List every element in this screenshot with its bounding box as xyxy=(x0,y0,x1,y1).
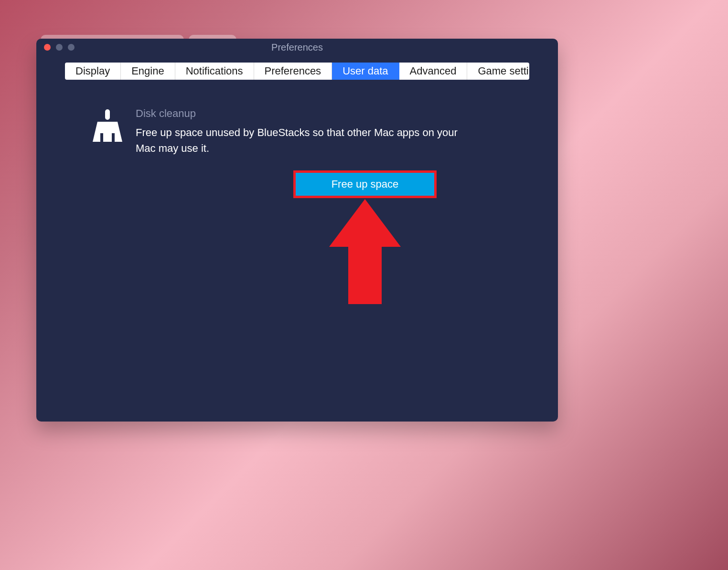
annotation-highlight-box: Free up space xyxy=(293,170,437,198)
preferences-window: Preferences Display Engine Notifications… xyxy=(36,39,558,422)
tab-game-settings[interactable]: Game settings xyxy=(467,63,529,80)
broom-icon xyxy=(93,108,122,142)
window-title: Preferences xyxy=(36,42,558,53)
svg-marker-1 xyxy=(329,199,401,304)
tab-notifications[interactable]: Notifications xyxy=(175,63,254,80)
tab-advanced[interactable]: Advanced xyxy=(399,63,468,80)
tab-preferences[interactable]: Preferences xyxy=(254,63,332,80)
free-up-space-button[interactable]: Free up space xyxy=(296,173,434,196)
content-area: Disk cleanup Free up space unused by Blu… xyxy=(36,80,558,422)
tab-user-data[interactable]: User data xyxy=(332,63,399,80)
tab-engine[interactable]: Engine xyxy=(121,63,175,80)
titlebar: Preferences xyxy=(36,39,558,56)
tab-bar: Display Engine Notifications Preferences… xyxy=(65,63,529,80)
annotation-arrow-up-icon xyxy=(329,199,401,309)
disk-cleanup-description: Free up space unused by BlueStacks so th… xyxy=(136,125,480,156)
tab-display[interactable]: Display xyxy=(65,63,121,80)
svg-rect-0 xyxy=(105,109,110,120)
disk-cleanup-title: Disk cleanup xyxy=(136,107,480,120)
